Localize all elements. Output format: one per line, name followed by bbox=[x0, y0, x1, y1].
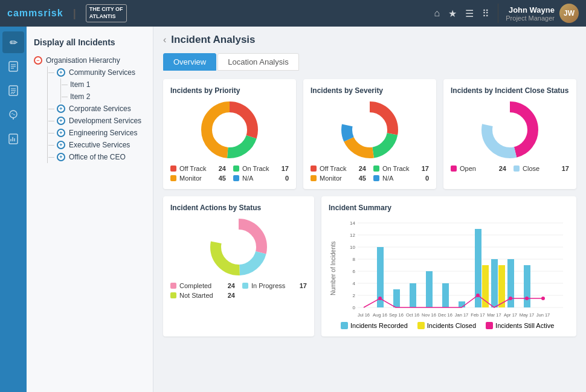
tree-node-item1[interactable]: Item 1 bbox=[57, 79, 153, 91]
as-completed-label: Completed bbox=[179, 282, 225, 289]
tree-expand-corporate[interactable]: + bbox=[57, 104, 65, 113]
user-text: John Wayne Project Manager bbox=[506, 5, 555, 22]
tree-label-development: Development Services bbox=[69, 117, 141, 125]
sev-legend-offtrack: Off Track 24 bbox=[311, 165, 366, 172]
tree-label-item1: Item 1 bbox=[70, 80, 90, 89]
chart-actions-title: Incident Actions by Status bbox=[170, 204, 307, 212]
active-dot-aug bbox=[378, 297, 382, 300]
chart-priority: Incidents by Priority Off Track 24 bbox=[163, 79, 296, 189]
tabs: Overview Location Analysis bbox=[163, 53, 576, 71]
ontrack-dot bbox=[233, 165, 239, 172]
tree-label-ceo: Office of the CEO bbox=[69, 153, 126, 161]
cs-close-value: 17 bbox=[562, 165, 569, 172]
closed-dot bbox=[417, 322, 425, 329]
close-status-legend: Open 24 Close 17 bbox=[451, 165, 569, 172]
as-inprogress-label: In Progress bbox=[251, 282, 297, 289]
tree-sidebar-header: Display all Incidents bbox=[27, 33, 153, 54]
close-status-donut-svg bbox=[471, 100, 549, 160]
chart-summary-container: Number of Incidents 0 2 bbox=[329, 217, 569, 320]
logo-text: cammsrisk bbox=[7, 8, 63, 19]
sidebar-item-analytics[interactable] bbox=[2, 128, 24, 150]
severity-legend: Off Track 24 On Track 17 Monitor 45 bbox=[311, 165, 429, 182]
severity-donut-svg bbox=[330, 100, 409, 160]
svg-text:8: 8 bbox=[353, 257, 356, 262]
svg-text:May 17: May 17 bbox=[520, 312, 535, 318]
tree-expand-org[interactable]: − bbox=[34, 56, 42, 65]
na-dot bbox=[233, 175, 239, 181]
tree-node-community[interactable]: + Community Services bbox=[43, 66, 153, 79]
cs-close-label: Close bbox=[523, 165, 559, 172]
svg-point-28 bbox=[222, 230, 256, 264]
tree-node-corporate[interactable]: + Corporate Services bbox=[43, 103, 153, 115]
active-dot bbox=[486, 322, 493, 329]
chart-actions-status: Incident Actions by Status Completed 24 bbox=[163, 196, 314, 336]
summary-legend-closed: Incidents Closed bbox=[417, 322, 476, 329]
tree-node-development[interactable]: + Development Services bbox=[43, 115, 153, 127]
active-label: Incidents Still Active bbox=[495, 322, 554, 329]
svg-text:10: 10 bbox=[350, 245, 355, 250]
tab-overview[interactable]: Overview bbox=[163, 53, 216, 71]
tree-node-executive[interactable]: + Executive Services bbox=[43, 139, 153, 151]
priority-donut-svg bbox=[190, 100, 269, 160]
monitor-value: 45 bbox=[219, 175, 226, 182]
sidebar-item-edit[interactable]: ✏ bbox=[2, 31, 24, 53]
user-info: John Wayne Project Manager JW bbox=[498, 4, 579, 23]
ontrack-label: On Track bbox=[242, 165, 279, 172]
sev-ontrack-label: On Track bbox=[382, 165, 419, 172]
ontrack-value: 17 bbox=[282, 165, 289, 172]
offtrack-value: 24 bbox=[219, 165, 226, 172]
sev-offtrack-dot bbox=[311, 165, 317, 172]
star-icon[interactable]: ★ bbox=[448, 8, 457, 19]
avatar: JW bbox=[559, 4, 579, 23]
top-nav-right: ⌂ ★ ☰ ⠿ John Wayne Project Manager JW bbox=[434, 4, 579, 23]
bar-mar-recorded bbox=[491, 259, 498, 307]
tab-location-analysis[interactable]: Location Analysis bbox=[217, 53, 298, 71]
bar-may-recorded bbox=[524, 265, 530, 307]
tree-expand-development[interactable]: + bbox=[57, 117, 65, 125]
as-notstarted-label: Not Started bbox=[179, 292, 225, 299]
tree-expand-community[interactable]: + bbox=[57, 68, 65, 77]
chart-close-status-title: Incidents by Incident Close Status bbox=[451, 86, 569, 95]
sev-na-value: 0 bbox=[425, 175, 429, 182]
tree-node-engineering[interactable]: + Engineering Services bbox=[43, 127, 153, 139]
y-axis-label: Number of Incidents bbox=[329, 217, 337, 320]
tree-label-executive: Executive Services bbox=[69, 141, 130, 149]
sev-ontrack-value: 17 bbox=[422, 165, 429, 172]
sev-monitor-value: 45 bbox=[359, 175, 366, 182]
svg-text:12: 12 bbox=[350, 233, 355, 238]
back-button[interactable]: ‹ bbox=[163, 34, 166, 45]
top-nav: cammsrisk | THE CITY OFATLANTIS ⌂ ★ ☰ ⠿ … bbox=[0, 0, 586, 27]
sidebar-item-register[interactable] bbox=[2, 56, 24, 77]
monitor-dot bbox=[170, 175, 176, 181]
sidebar-item-monitor[interactable] bbox=[2, 104, 24, 126]
legend-item-offtrack: Off Track 24 bbox=[170, 165, 226, 172]
tree-expand-executive[interactable]: + bbox=[57, 141, 65, 149]
tree-node-item2[interactable]: Item 2 bbox=[57, 91, 153, 103]
tree-node-ceo[interactable]: + Office of the CEO bbox=[43, 151, 153, 163]
cs-open-value: 24 bbox=[499, 165, 506, 172]
chart-priority-title: Incidents by Priority bbox=[170, 86, 289, 95]
na-value: 0 bbox=[285, 175, 289, 182]
tree-expand-engineering[interactable]: + bbox=[57, 129, 65, 137]
cs-open-dot bbox=[451, 165, 457, 172]
tree-label-item2: Item 2 bbox=[70, 92, 90, 101]
tree-expand-ceo[interactable]: + bbox=[57, 153, 65, 161]
active-dot-may bbox=[525, 297, 529, 300]
summary-legend-active: Incidents Still Active bbox=[486, 322, 554, 329]
tree-node-org[interactable]: − Organisation Hierarchy bbox=[27, 54, 153, 66]
logo-atlantis: THE CITY OFATLANTIS bbox=[86, 4, 127, 22]
logo-divider: | bbox=[73, 7, 76, 20]
svg-text:Jan 17: Jan 17 bbox=[455, 312, 469, 318]
sidebar-item-report[interactable] bbox=[2, 80, 24, 101]
chart-close-status-container: Open 24 Close 17 bbox=[451, 100, 569, 172]
page-title: Incident Analysis bbox=[171, 34, 255, 46]
home-icon[interactable]: ⌂ bbox=[434, 8, 440, 19]
svg-text:Apr 17: Apr 17 bbox=[504, 312, 517, 318]
logo: cammsrisk | THE CITY OFATLANTIS bbox=[7, 4, 127, 22]
bar-dec-recorded bbox=[442, 283, 449, 307]
menu-icon[interactable]: ☰ bbox=[465, 8, 474, 19]
summary-legend: Incidents Recorded Incidents Closed Inci… bbox=[341, 322, 569, 329]
sev-ontrack-dot bbox=[373, 165, 379, 172]
svg-text:Sep 16: Sep 16 bbox=[389, 312, 404, 318]
apps-icon[interactable]: ⠿ bbox=[482, 8, 489, 19]
